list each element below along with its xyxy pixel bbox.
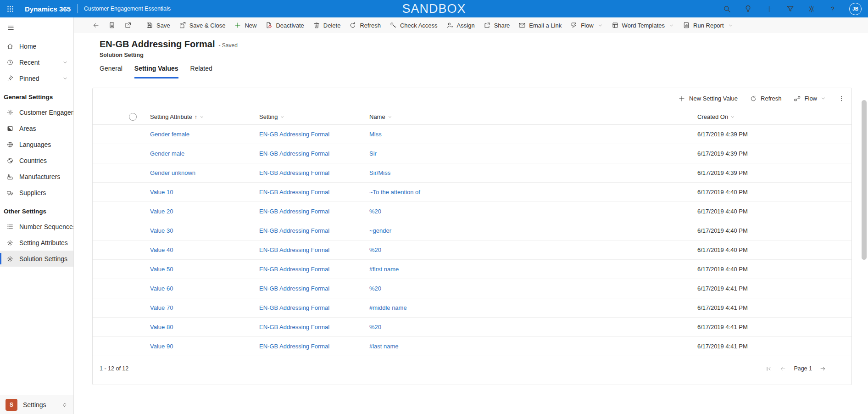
avatar[interactable]: JB [849,3,862,15]
command-button[interactable]: Deactivate [265,22,304,29]
table-row[interactable]: Value 80 EN-GB Addressing Formal %20 6/1… [93,318,851,337]
first-page-button[interactable] [765,365,772,372]
table-row[interactable]: Value 70 EN-GB Addressing Formal #middle… [93,298,851,318]
setting-attribute-link[interactable]: Value 80 [150,324,259,330]
setting-attribute-link[interactable]: Value 30 [150,227,259,234]
command-button[interactable] [124,22,132,29]
next-page-button[interactable] [819,365,826,372]
name-link[interactable]: %20 [369,324,697,330]
command-button[interactable]: Flow [570,22,602,29]
chevron-down-icon[interactable] [730,115,735,119]
area-switcher[interactable]: S Settings [0,395,73,414]
chevron-down-icon[interactable] [728,23,733,28]
setting-attribute-link[interactable]: Value 90 [150,343,259,350]
sidebar-item[interactable]: Countries [0,152,73,168]
command-button[interactable]: New [234,22,256,29]
setting-attribute-link[interactable]: Value 40 [150,246,259,253]
name-link[interactable]: ~gender [369,227,697,234]
command-button[interactable]: Email a Link [518,22,562,29]
column-header-setting[interactable]: Setting [259,113,369,120]
setting-link[interactable]: EN-GB Addressing Formal [259,343,369,350]
command-button[interactable]: Run Report [683,22,733,29]
subgrid-toolbar-button[interactable]: Refresh [750,95,782,102]
sidebar-item[interactable]: Pinned [0,70,73,86]
chevron-down-icon[interactable] [598,23,603,28]
name-link[interactable]: %20 [369,285,697,292]
command-button[interactable]: Word Templates [612,22,674,29]
product-brand[interactable]: Dynamics 365 [25,5,71,13]
setting-attribute-link[interactable]: Value 20 [150,208,259,215]
setting-attribute-link[interactable]: Gender male [150,150,259,157]
table-row[interactable]: Value 40 EN-GB Addressing Formal %20 6/1… [93,241,851,260]
form-tab[interactable]: General [100,65,122,78]
table-row[interactable]: Gender female EN-GB Addressing Formal Mi… [93,125,851,144]
table-row[interactable]: Value 90 EN-GB Addressing Formal #last n… [93,337,851,356]
vertical-scrollbar-thumb[interactable] [862,100,867,260]
setting-link[interactable]: EN-GB Addressing Formal [259,169,369,176]
setting-attribute-link[interactable]: Value 60 [150,285,259,292]
table-row[interactable]: Gender male EN-GB Addressing Formal Sir … [93,144,851,163]
setting-link[interactable]: EN-GB Addressing Formal [259,324,369,330]
chevron-down-icon[interactable] [388,115,392,119]
column-header-name[interactable]: Name [369,113,697,120]
table-row[interactable]: Value 30 EN-GB Addressing Formal ~gender… [93,221,851,241]
sidebar-item[interactable]: Languages [0,136,73,152]
form-tab[interactable]: Setting Values [134,65,178,78]
setting-link[interactable]: EN-GB Addressing Formal [259,285,369,292]
subgrid-toolbar-button[interactable]: New Setting Value [678,95,738,102]
setting-attribute-link[interactable]: Value 70 [150,304,259,311]
hamburger-menu-icon[interactable] [0,17,73,38]
app-name[interactable]: Customer Engagement Essentials [84,6,171,12]
topbar-icon-button[interactable] [807,5,816,13]
sidebar-item[interactable]: Recent [0,54,73,70]
sidebar-item[interactable]: Setting Attributes [0,235,73,251]
subgrid-toolbar-button[interactable]: Flow [794,95,826,102]
setting-link[interactable]: EN-GB Addressing Formal [259,208,369,215]
column-header-setting-attribute[interactable]: Setting Attribute ↑ [150,113,259,120]
previous-page-button[interactable] [779,365,786,372]
name-link[interactable]: Sir/Miss [369,169,697,176]
command-button[interactable]: Check Access [389,22,438,29]
form-tab[interactable]: Related [190,65,212,78]
chevron-down-icon[interactable] [62,60,68,65]
setting-attribute-link[interactable]: Value 10 [150,189,259,196]
chevron-down-icon[interactable] [821,96,826,101]
table-row[interactable]: Value 10 EN-GB Addressing Formal ~To the… [93,183,851,202]
setting-attribute-link[interactable]: Gender unknown [150,169,259,176]
table-row[interactable]: Value 60 EN-GB Addressing Formal %20 6/1… [93,279,851,298]
waffle-menu-icon[interactable] [6,0,22,17]
name-link[interactable]: #middle name [369,304,697,311]
sidebar-item[interactable]: Solution Settings [0,251,73,267]
setting-link[interactable]: EN-GB Addressing Formal [259,304,369,311]
select-all-checkbox[interactable] [129,113,137,121]
chevron-down-icon[interactable] [62,76,68,81]
setting-link[interactable]: EN-GB Addressing Formal [259,189,369,196]
setting-attribute-link[interactable]: Value 50 [150,266,259,273]
table-row[interactable]: Value 20 EN-GB Addressing Formal %20 6/1… [93,202,851,221]
chevron-down-icon[interactable] [669,23,674,28]
setting-attribute-link[interactable]: Gender female [150,131,259,138]
sidebar-item[interactable]: Areas [0,120,73,136]
sidebar-item[interactable]: Customer Engageme… [0,104,73,120]
name-link[interactable]: %20 [369,208,697,215]
sidebar-item[interactable]: Manufacturers [0,168,73,185]
setting-link[interactable]: EN-GB Addressing Formal [259,246,369,253]
subgrid-toolbar-button[interactable] [838,95,845,102]
command-button[interactable] [92,22,100,29]
sidebar-item[interactable]: Home [0,38,73,54]
name-link[interactable]: Miss [369,131,697,138]
sidebar-item[interactable]: Number Sequences [0,218,73,235]
command-button[interactable]: Assign [446,22,475,29]
name-link[interactable]: Sir [369,150,697,157]
command-button[interactable]: Save [146,22,170,29]
command-button[interactable] [108,22,116,29]
column-header-created-on[interactable]: Created On [697,113,851,120]
chevron-down-icon[interactable] [200,115,204,119]
table-row[interactable]: Value 50 EN-GB Addressing Formal #first … [93,260,851,279]
name-link[interactable]: #first name [369,266,697,273]
name-link[interactable]: #last name [369,343,697,350]
command-button[interactable]: Delete [313,22,341,29]
setting-link[interactable]: EN-GB Addressing Formal [259,131,369,138]
topbar-icon-button[interactable] [723,5,731,13]
name-link[interactable]: ~To the attention of [369,189,697,196]
